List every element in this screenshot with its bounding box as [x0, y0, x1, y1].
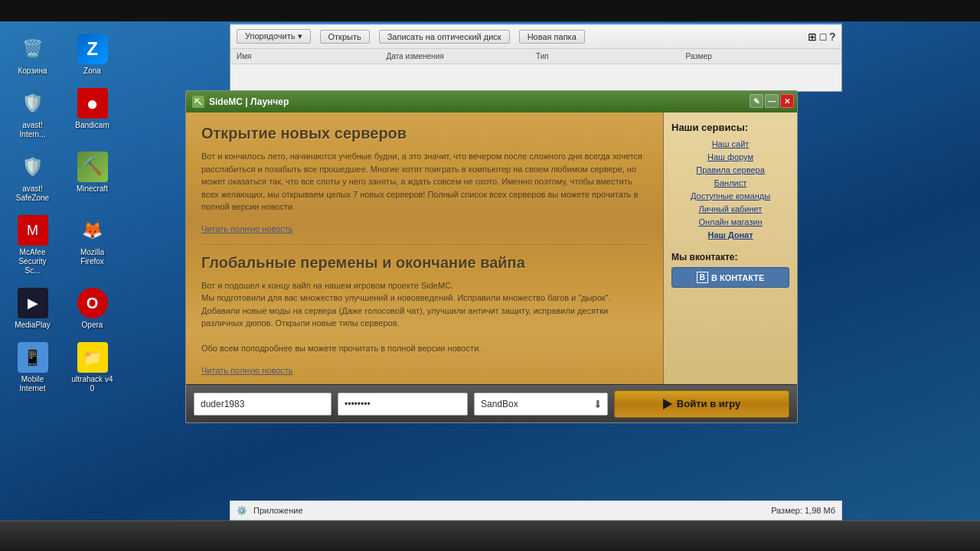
password-input[interactable] [338, 393, 468, 416]
launcher-title: SideMC | Лаунчер [209, 96, 289, 107]
open-button[interactable]: Открыть [320, 30, 370, 44]
top-bar [0, 0, 980, 21]
mobile-label: Mobile Internet [11, 375, 54, 393]
desktop-icon-trash[interactable]: 🗑️ Корзина [8, 31, 57, 79]
sidebar-link-site[interactable]: Наш сайт [671, 139, 789, 148]
desktop-icon-mcafee[interactable]: M McAfee Security Sc... [8, 212, 57, 279]
play-button[interactable]: Войти в игру [614, 390, 789, 418]
burn-button[interactable]: Записать на оптический диск [379, 30, 510, 44]
vk-label: Мы вконтакте: [671, 252, 789, 262]
file-entry-type: Приложение [253, 506, 771, 515]
launcher-body: Открытие новых серверов Вот и кончилось … [186, 112, 797, 384]
play-button-label: Войти в игру [677, 398, 740, 409]
mcafee-label: McAfee Security Sc... [11, 248, 54, 276]
news-link-1[interactable]: Читать полную новость [201, 224, 293, 233]
sidebar-link-donate[interactable]: Наш Донат [671, 230, 789, 240]
play-icon [663, 399, 672, 409]
col-name: Имя [237, 52, 387, 60]
desktop-icon-ultrahack[interactable]: 📁 ultrahack v4 0 [67, 339, 117, 396]
minecraft-icon: ⛏️ [77, 152, 108, 182]
zona-icon: Z [77, 34, 108, 64]
bandicam-label: Bandicam [75, 121, 109, 130]
file-entry-icon: ⚙️ [237, 506, 247, 516]
avast2-label: avast! SafeZone [11, 184, 54, 203]
titlebar-controls: ✎ — ✕ [750, 94, 794, 108]
icon-grid: 🗑️ Корзина Z Zona 🛡️ avast! Intern... ● … [8, 31, 121, 396]
taskbar [0, 520, 980, 551]
ultrahack-label: ultrahack v4 0 [70, 375, 114, 393]
sidebar-link-cabinet[interactable]: Личный кабинет [671, 204, 789, 214]
minecraft-label: Minecraft [77, 184, 108, 194]
view-toggle[interactable]: ⊞ [808, 31, 817, 43]
launcher-content: Открытие новых серверов Вот и кончилось … [186, 112, 663, 384]
desktop-icons: 🗑️ Корзина Z Zona 🛡️ avast! Intern... ● … [8, 31, 121, 396]
desktop-icon-bandicam[interactable]: ● Bandicam [67, 85, 117, 142]
avast-icon: 🛡️ [18, 88, 48, 119]
server-arrow-icon: ⬇ [593, 398, 603, 410]
opera-label: Opera [82, 321, 103, 330]
ultrahack-icon: 📁 [77, 342, 108, 373]
zona-label: Zona [83, 67, 101, 76]
news-divider [201, 244, 648, 245]
username-input[interactable] [194, 393, 332, 416]
vk-logo: В [697, 272, 708, 283]
mediaplayer-icon: ▶ [18, 288, 48, 318]
file-entry-size: Размер: 1,98 Мб [771, 506, 835, 515]
preview-toggle[interactable]: □ [820, 31, 826, 43]
news-item-2: Глобальные перемены и окончание вайпа Во… [201, 254, 648, 377]
help-button[interactable]: ? [829, 31, 835, 43]
news-title-2: Глобальные перемены и окончание вайпа [201, 254, 648, 272]
close-button[interactable]: ✕ [780, 94, 794, 108]
avast-label: avast! Intern... [11, 121, 54, 139]
desktop-icon-minecraft[interactable]: ⛏️ Minecraft [67, 148, 117, 206]
news-link-2[interactable]: Читать полную новость [201, 366, 293, 375]
sidebar-link-commands[interactable]: Доступные команды [671, 191, 789, 201]
col-size: Размер [686, 52, 836, 60]
vk-button-label: В КОНТАКТЕ [711, 273, 764, 282]
sidebar-services-title: Наши сервисы: [671, 122, 789, 133]
desktop-icon-zona[interactable]: Z Zona [67, 31, 117, 79]
desktop-icon-mediaplayer[interactable]: ▶ MediaPlay [8, 285, 57, 333]
launcher-sidebar: Наши сервисы: Наш сайт Наш форум Правила… [663, 112, 797, 384]
opera-icon: O [77, 288, 108, 318]
file-explorer-toolbar: Упорядочить ▾ Открыть Записать на оптиче… [230, 24, 841, 49]
mcafee-icon: M [18, 215, 48, 246]
desktop-icon-avast2[interactable]: 🛡️ avast! SafeZone [8, 148, 57, 206]
mobile-icon: 📱 [18, 342, 48, 373]
sidebar-link-forum[interactable]: Наш форум [671, 152, 789, 161]
desktop: 🗑️ Корзина Z Zona 🛡️ avast! Intern... ● … [0, 0, 980, 551]
server-select-value: SandBox [481, 399, 518, 409]
edit-button[interactable]: ✎ [750, 94, 763, 108]
minimize-button[interactable]: — [765, 94, 779, 108]
new-folder-button[interactable]: Новая папка [519, 30, 585, 44]
sidebar-link-banlist[interactable]: Банлист [671, 178, 789, 187]
file-explorer-window: Упорядочить ▾ Открыть Записать на оптиче… [230, 23, 842, 92]
desktop-icon-opera[interactable]: O Opera [67, 285, 117, 333]
launcher-bottom: SandBox ⬇ Войти в игру [186, 384, 797, 422]
file-explorer-header: Имя Дата изменения Тип Размер [230, 49, 841, 64]
news-body-1: Вот и кончилось лето, начинаются учебные… [201, 150, 648, 214]
desktop-icon-firefox[interactable]: 🦊 Mozilla Firefox [67, 212, 117, 279]
col-date: Дата изменения [387, 52, 537, 60]
server-select[interactable]: SandBox ⬇ [474, 393, 608, 416]
news-body-2: Вот и подошел к концу вайп на нашем игро… [201, 279, 648, 355]
avast2-icon: 🛡️ [18, 152, 48, 182]
bandicam-icon: ● [77, 88, 108, 119]
sidebar-link-rules[interactable]: Правила сервера [671, 165, 789, 174]
vk-section: Мы вконтакте: В В КОНТАКТЕ [671, 252, 789, 288]
vk-button[interactable]: В В КОНТАКТЕ [671, 267, 789, 288]
file-entry-row: ⚙️ Приложение Размер: 1,98 Мб [230, 500, 842, 520]
news-item-1: Открытие новых серверов Вот и кончилось … [201, 125, 648, 235]
firefox-label: Mozilla Firefox [70, 248, 114, 266]
firefox-icon: 🦊 [77, 215, 108, 246]
launcher-icon: ⛏ [192, 96, 204, 108]
desktop-icon-avast[interactable]: 🛡️ avast! Intern... [8, 85, 57, 142]
trash-label: Корзина [18, 67, 47, 76]
col-type: Тип [536, 52, 686, 60]
launcher-window: ⛏ SideMC | Лаунчер ✎ — ✕ Открытие новых … [185, 90, 798, 423]
news-title-1: Открытие новых серверов [201, 125, 648, 142]
mediaplayer-label: MediaPlay [15, 321, 51, 330]
sidebar-link-shop[interactable]: Онлайн магазин [671, 217, 789, 227]
organize-button[interactable]: Упорядочить ▾ [237, 29, 311, 44]
desktop-icon-mobile[interactable]: 📱 Mobile Internet [8, 339, 57, 396]
